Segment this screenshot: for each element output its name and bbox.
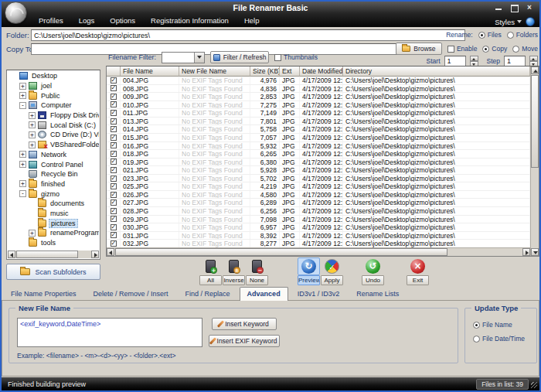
tree-expander-icon[interactable]: + [29,131,36,138]
tree-item-computer[interactable]: -Computer [8,101,99,111]
column-header-size-kb[interactable]: Size (KB) [250,66,280,77]
new-file-name-pattern-input[interactable]: <exif_keyword,DateTime> [17,318,202,347]
action-apply-button[interactable]: ✓Apply [321,257,343,285]
tree-expander-icon[interactable]: + [29,112,36,119]
tab-file-name-properties[interactable]: File Name Properties [3,287,84,301]
tree-expander-icon[interactable]: + [19,92,26,99]
tree-expander-icon[interactable]: + [29,121,36,128]
action-all-button[interactable]: +All [199,257,222,285]
enable-checkbox[interactable]: Enable [447,45,477,53]
tree-item-public[interactable]: +Public [8,90,99,101]
row-checkbox[interactable] [111,151,117,157]
menu-item-profiles[interactable]: Profiles [31,14,71,27]
move-radio[interactable]: Move [512,45,538,53]
tree-item-tools[interactable]: tools [8,238,99,248]
action-exit-button[interactable]: ×Exit [407,257,429,285]
row-checkbox[interactable] [111,240,117,247]
filename-filter-combo[interactable] [162,52,205,63]
menu-item-registration-information[interactable]: Registration Information [143,14,236,27]
spin-up-icon[interactable] [470,56,478,62]
copy-radio[interactable]: Copy [482,45,507,53]
row-checkbox[interactable] [111,183,117,189]
tree-item-gizmo[interactable]: -gizmo [8,189,99,199]
action-preview-button[interactable]: ↻Preview [298,257,320,285]
scrollbar-thumb[interactable] [16,251,78,258]
insert-exif-keyword-button[interactable]: Insert EXIF Keyword [209,335,280,347]
tab-id3v1-id3v2[interactable]: ID3v1 / ID3v2 [290,287,348,301]
row-checkbox[interactable] [111,85,117,91]
scrollbar-thumb[interactable] [115,248,447,256]
row-checkbox[interactable] [111,77,117,84]
tree-expander-icon[interactable]: + [19,161,26,168]
rename-files-radio[interactable]: Files [478,31,502,39]
tree-item-desktop[interactable]: Desktop [8,71,99,81]
row-checkbox[interactable] [111,224,117,230]
tree-expander-icon[interactable]: - [19,102,26,109]
row-checkbox[interactable] [111,167,117,173]
scroll-right-icon[interactable] [91,251,99,258]
row-checkbox[interactable] [111,159,117,165]
tree-expander-icon[interactable]: + [19,180,26,187]
title-bar[interactable]: File Renamer Basic [2,2,539,14]
tree-expander-icon[interactable]: - [19,190,26,197]
maximize-icon[interactable] [510,4,518,11]
styles-menu-button[interactable]: Styles [495,18,522,26]
scroll-up-icon[interactable] [531,66,539,74]
update-type-file-datetime-radio[interactable]: File Date/Time [473,335,525,343]
action-inverse-button[interactable]: ±Inverse [223,257,245,285]
action-none-button[interactable]: −None [246,257,268,285]
scroll-left-icon[interactable] [107,248,114,256]
scroll-down-icon[interactable] [531,248,539,256]
filter-refresh-button[interactable]: Filter / Refresh [210,51,269,63]
row-checkbox[interactable] [111,216,117,222]
table-horizontal-scrollbar[interactable] [107,247,530,256]
tree-item-pictures[interactable]: pictures [8,218,99,228]
row-checkbox[interactable] [111,199,117,206]
scroll-right-icon[interactable] [522,248,530,256]
row-checkbox[interactable] [111,126,117,132]
row-checkbox[interactable] [111,192,117,198]
row-checkbox[interactable] [111,232,117,238]
tree-item-music[interactable]: music [8,209,99,219]
tree-item-finished[interactable]: +finished [8,179,99,189]
tab-find-replace[interactable]: Find / Replace [178,287,238,301]
row-checkbox[interactable] [111,101,117,107]
rename-folders-radio[interactable]: Folders [507,31,538,39]
tree-expander-icon[interactable]: + [29,141,36,148]
tab-rename-lists[interactable]: Rename Lists [349,287,407,301]
action-undo-button[interactable]: ↺Undo [362,257,384,285]
tree-item-renameprograms[interactable]: +renamePrograms [8,228,99,238]
tree-expander-icon[interactable]: + [19,151,26,158]
row-checkbox[interactable] [111,176,117,182]
thumbnails-checkbox[interactable]: Thumbnails [274,53,318,61]
menu-item-options[interactable]: Options [102,14,143,27]
row-checkbox[interactable] [111,142,117,148]
update-type-file-name-radio[interactable]: File Name [473,321,512,329]
row-checkbox[interactable] [111,118,117,124]
row-checkbox[interactable] [111,208,117,214]
tree-item-cd-drive-d-virtualbox-guest[interactable]: +CD Drive (D:) VirtualBox Guest [8,130,99,140]
column-header-directory[interactable]: Directory [343,66,530,77]
column-header-new-file-name[interactable]: New File Name [179,66,250,77]
column-header-checkbox[interactable] [107,66,121,77]
table-vertical-scrollbar[interactable] [530,66,539,256]
tree-item-documents[interactable]: documents [8,199,99,209]
minimize-icon[interactable] [495,4,502,11]
menu-item-logs[interactable]: Logs [71,14,103,27]
tree-item-recycle-bin[interactable]: Recycle Bin [8,169,99,179]
tree-item-control-panel[interactable]: +Control Panel [8,159,99,169]
spin-up-icon[interactable] [529,56,538,62]
folder-path-input[interactable] [31,29,465,41]
insert-keyword-button[interactable]: Insert Keyword [212,318,277,330]
scrollbar-thumb[interactable] [531,75,539,168]
resize-grip[interactable] [531,382,537,388]
column-header-ext[interactable]: Ext [280,66,300,77]
tab-delete-remove-insert[interactable]: Delete / Remove / Insert [86,287,176,301]
tree-item-vbsharedfolder-vboxsvr-z[interactable]: +VBSharedFolder (\\vboxsvr) (Z:) [8,140,99,150]
tree-expander-icon[interactable]: + [19,83,26,90]
tree-horizontal-scrollbar[interactable] [8,251,99,258]
column-header-date-modified[interactable]: Date Modified [300,66,343,77]
column-header-file-name[interactable]: File Name [121,66,179,77]
combo-dropdown-button[interactable] [194,53,204,63]
scan-subfolders-button[interactable]: Scan Subfolders [6,264,100,280]
